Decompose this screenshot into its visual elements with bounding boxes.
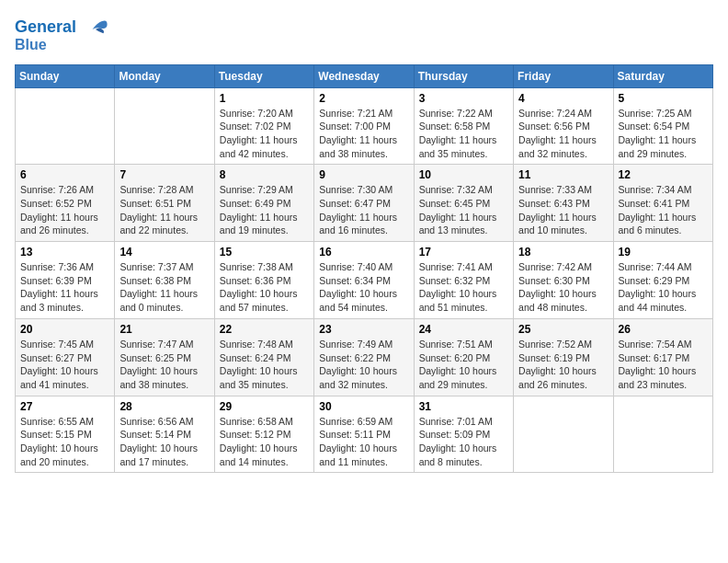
calendar-cell: 29Sunrise: 6:58 AM Sunset: 5:12 PM Dayli… — [214, 396, 313, 473]
day-number: 5 — [619, 92, 708, 105]
day-info: Sunrise: 7:49 AM Sunset: 6:22 PM Dayligh… — [319, 338, 408, 392]
day-number: 29 — [220, 400, 309, 413]
calendar-cell: 17Sunrise: 7:41 AM Sunset: 6:32 PM Dayli… — [414, 242, 513, 319]
day-info: Sunrise: 7:24 AM Sunset: 6:56 PM Dayligh… — [518, 107, 608, 161]
day-number: 4 — [518, 92, 608, 105]
calendar-cell: 21Sunrise: 7:47 AM Sunset: 6:25 PM Dayli… — [115, 318, 214, 396]
calendar-cell: 26Sunrise: 7:54 AM Sunset: 6:17 PM Dayli… — [613, 318, 712, 396]
day-number: 6 — [20, 168, 109, 181]
day-info: Sunrise: 7:54 AM Sunset: 6:17 PM Dayligh… — [619, 338, 708, 392]
calendar-cell: 19Sunrise: 7:44 AM Sunset: 6:29 PM Dayli… — [613, 242, 712, 319]
day-number: 15 — [220, 246, 309, 259]
calendar-cell: 12Sunrise: 7:34 AM Sunset: 6:41 PM Dayli… — [613, 165, 712, 242]
calendar-cell: 9Sunrise: 7:30 AM Sunset: 6:47 PM Daylig… — [314, 165, 414, 242]
day-number: 21 — [119, 323, 209, 336]
calendar-cell: 31Sunrise: 7:01 AM Sunset: 5:09 PM Dayli… — [414, 396, 513, 473]
calendar-cell: 7Sunrise: 7:28 AM Sunset: 6:51 PM Daylig… — [115, 165, 214, 242]
day-info: Sunrise: 6:55 AM Sunset: 5:15 PM Dayligh… — [20, 415, 109, 469]
day-info: Sunrise: 7:28 AM Sunset: 6:51 PM Dayligh… — [119, 183, 209, 237]
calendar-cell: 27Sunrise: 6:55 AM Sunset: 5:15 PM Dayli… — [16, 396, 115, 473]
day-number: 25 — [518, 323, 608, 336]
day-info: Sunrise: 7:34 AM Sunset: 6:41 PM Dayligh… — [619, 183, 708, 237]
day-info: Sunrise: 7:44 AM Sunset: 6:29 PM Dayligh… — [619, 260, 708, 315]
day-number: 3 — [419, 92, 508, 105]
calendar-cell — [16, 87, 115, 165]
day-number: 10 — [419, 168, 508, 181]
day-info: Sunrise: 7:51 AM Sunset: 6:20 PM Dayligh… — [419, 338, 508, 392]
day-info: Sunrise: 7:26 AM Sunset: 6:52 PM Dayligh… — [20, 183, 109, 237]
day-number: 22 — [220, 323, 309, 336]
calendar-cell: 5Sunrise: 7:25 AM Sunset: 6:54 PM Daylig… — [613, 87, 712, 165]
calendar-cell — [613, 396, 712, 473]
day-number: 1 — [220, 92, 309, 105]
calendar-table: SundayMondayTuesdayWednesdayThursdayFrid… — [15, 64, 713, 474]
calendar-cell: 15Sunrise: 7:38 AM Sunset: 6:36 PM Dayli… — [214, 242, 313, 319]
day-info: Sunrise: 7:36 AM Sunset: 6:39 PM Dayligh… — [20, 260, 109, 315]
calendar-cell: 10Sunrise: 7:32 AM Sunset: 6:45 PM Dayli… — [414, 165, 513, 242]
calendar-cell: 23Sunrise: 7:49 AM Sunset: 6:22 PM Dayli… — [314, 318, 414, 396]
day-number: 24 — [419, 323, 508, 336]
calendar-cell — [514, 396, 613, 473]
day-number: 18 — [518, 246, 608, 259]
calendar-cell: 14Sunrise: 7:37 AM Sunset: 6:38 PM Dayli… — [115, 242, 214, 319]
calendar-cell: 18Sunrise: 7:42 AM Sunset: 6:30 PM Dayli… — [514, 242, 613, 319]
col-header-sunday: Sunday — [16, 64, 115, 87]
day-info: Sunrise: 7:42 AM Sunset: 6:30 PM Dayligh… — [518, 260, 608, 315]
calendar-cell: 6Sunrise: 7:26 AM Sunset: 6:52 PM Daylig… — [16, 165, 115, 242]
col-header-saturday: Saturday — [613, 64, 712, 87]
day-info: Sunrise: 7:01 AM Sunset: 5:09 PM Dayligh… — [419, 415, 508, 469]
calendar-cell: 22Sunrise: 7:48 AM Sunset: 6:24 PM Dayli… — [214, 318, 313, 396]
day-number: 13 — [20, 246, 109, 259]
calendar-cell: 30Sunrise: 6:59 AM Sunset: 5:11 PM Dayli… — [314, 396, 414, 473]
calendar-cell: 8Sunrise: 7:29 AM Sunset: 6:49 PM Daylig… — [214, 165, 313, 242]
day-info: Sunrise: 6:58 AM Sunset: 5:12 PM Dayligh… — [220, 415, 309, 469]
day-info: Sunrise: 6:56 AM Sunset: 5:14 PM Dayligh… — [119, 415, 209, 469]
calendar-cell: 1Sunrise: 7:20 AM Sunset: 7:02 PM Daylig… — [214, 87, 313, 165]
calendar-cell: 4Sunrise: 7:24 AM Sunset: 6:56 PM Daylig… — [514, 87, 613, 165]
day-number: 28 — [119, 400, 209, 413]
calendar-cell: 16Sunrise: 7:40 AM Sunset: 6:34 PM Dayli… — [314, 242, 414, 319]
day-info: Sunrise: 7:30 AM Sunset: 6:47 PM Dayligh… — [319, 183, 408, 237]
calendar-cell: 11Sunrise: 7:33 AM Sunset: 6:43 PM Dayli… — [514, 165, 613, 242]
col-header-thursday: Thursday — [414, 64, 513, 87]
day-number: 9 — [319, 168, 408, 181]
day-number: 20 — [20, 323, 109, 336]
col-header-friday: Friday — [514, 64, 613, 87]
calendar-cell: 13Sunrise: 7:36 AM Sunset: 6:39 PM Dayli… — [16, 242, 115, 319]
day-info: Sunrise: 6:59 AM Sunset: 5:11 PM Dayligh… — [319, 415, 408, 469]
calendar-cell: 24Sunrise: 7:51 AM Sunset: 6:20 PM Dayli… — [414, 318, 513, 396]
logo: General Blue — [15, 15, 108, 53]
day-number: 12 — [619, 168, 708, 181]
day-info: Sunrise: 7:41 AM Sunset: 6:32 PM Dayligh… — [419, 260, 508, 315]
day-number: 8 — [220, 168, 309, 181]
day-number: 31 — [419, 400, 508, 413]
day-number: 11 — [518, 168, 608, 181]
day-info: Sunrise: 7:38 AM Sunset: 6:36 PM Dayligh… — [220, 260, 309, 315]
day-info: Sunrise: 7:48 AM Sunset: 6:24 PM Dayligh… — [220, 338, 309, 392]
calendar-cell: 28Sunrise: 6:56 AM Sunset: 5:14 PM Dayli… — [115, 396, 214, 473]
day-info: Sunrise: 7:32 AM Sunset: 6:45 PM Dayligh… — [419, 183, 508, 237]
day-info: Sunrise: 7:40 AM Sunset: 6:34 PM Dayligh… — [319, 260, 408, 315]
col-header-wednesday: Wednesday — [314, 64, 414, 87]
day-number: 27 — [20, 400, 109, 413]
day-number: 23 — [319, 323, 408, 336]
calendar-cell: 25Sunrise: 7:52 AM Sunset: 6:19 PM Dayli… — [514, 318, 613, 396]
day-info: Sunrise: 7:20 AM Sunset: 7:02 PM Dayligh… — [220, 107, 309, 161]
day-number: 14 — [119, 246, 209, 259]
day-info: Sunrise: 7:37 AM Sunset: 6:38 PM Dayligh… — [119, 260, 209, 315]
day-number: 30 — [319, 400, 408, 413]
day-info: Sunrise: 7:47 AM Sunset: 6:25 PM Dayligh… — [119, 338, 209, 392]
calendar-cell: 2Sunrise: 7:21 AM Sunset: 7:00 PM Daylig… — [314, 87, 414, 165]
day-number: 19 — [619, 246, 708, 259]
day-number: 26 — [619, 323, 708, 336]
day-info: Sunrise: 7:21 AM Sunset: 7:00 PM Dayligh… — [319, 107, 408, 161]
day-info: Sunrise: 7:45 AM Sunset: 6:27 PM Dayligh… — [20, 338, 109, 392]
col-header-tuesday: Tuesday — [214, 64, 313, 87]
day-info: Sunrise: 7:52 AM Sunset: 6:19 PM Dayligh… — [518, 338, 608, 392]
calendar-cell: 20Sunrise: 7:45 AM Sunset: 6:27 PM Dayli… — [16, 318, 115, 396]
day-number: 7 — [119, 168, 209, 181]
day-info: Sunrise: 7:25 AM Sunset: 6:54 PM Dayligh… — [619, 107, 708, 161]
calendar-cell — [115, 87, 214, 165]
day-info: Sunrise: 7:33 AM Sunset: 6:43 PM Dayligh… — [518, 183, 608, 237]
day-number: 2 — [319, 92, 408, 105]
